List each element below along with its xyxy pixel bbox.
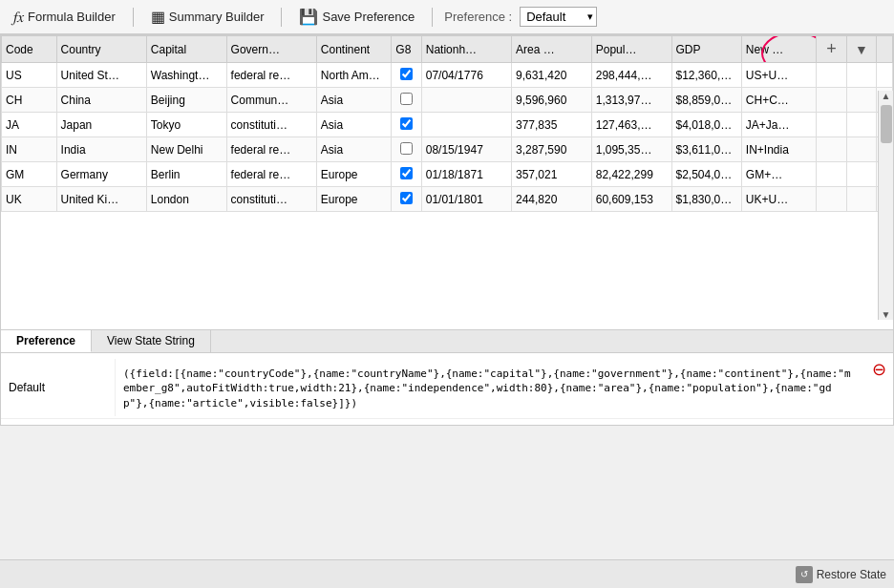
status-bar: ↺ Restore State xyxy=(0,559,894,588)
th-g8-label: G8 xyxy=(395,43,411,56)
preference-tabs: Preference View State String xyxy=(1,330,893,353)
cell-continent: Asia xyxy=(316,88,392,113)
summary-builder-btn[interactable]: ▦ Summary Builder xyxy=(145,6,270,28)
cell-population: 1,095,35… xyxy=(591,137,671,162)
preference-select[interactable]: Default Custom1 xyxy=(520,7,597,27)
table-row[interactable]: CHChinaBeijingCommun…Asia9,596,9601,313,… xyxy=(2,88,893,113)
th-gdp[interactable]: GDP xyxy=(671,36,741,63)
cell-gdp: $2,504,0… xyxy=(671,162,741,187)
cell-scroll xyxy=(877,63,893,88)
preference-name-label: Default xyxy=(9,381,45,394)
th-country[interactable]: Country xyxy=(56,36,146,63)
cell-country: Japan xyxy=(56,113,146,137)
cell-new: JA+Ja… xyxy=(741,113,817,137)
cell-g8[interactable] xyxy=(392,162,421,187)
table-row[interactable]: USUnited St…Washingt…federal re…North Am… xyxy=(2,63,893,88)
cell-capital: Berlin xyxy=(146,162,226,187)
cell-g8[interactable] xyxy=(392,63,421,88)
cell-continent: Europe xyxy=(316,187,392,212)
th-filter[interactable]: ▼ xyxy=(846,36,876,63)
save-preference-label: Save Preference xyxy=(322,10,415,24)
th-capital[interactable]: Capital xyxy=(146,36,226,63)
scroll-down-arrow[interactable]: ▼ xyxy=(882,309,891,320)
cell-new: IN+India xyxy=(741,137,817,162)
g8-checkbox[interactable] xyxy=(400,192,413,204)
cell-g8[interactable] xyxy=(392,137,421,162)
table-row[interactable]: JAJapanTokyoconstituti…Asia377,835127,46… xyxy=(2,113,893,137)
table-row[interactable]: INIndiaNew Delhifederal re…Asia08/15/194… xyxy=(2,137,893,162)
preference-delete-btn[interactable]: ⊖ xyxy=(864,359,893,380)
toolbar: 𝑓𝑥 Formula Builder ▦ Summary Builder 💾 S… xyxy=(0,0,894,34)
cell-g8[interactable] xyxy=(392,113,421,137)
cell-gdp: $3,611,0… xyxy=(671,137,741,162)
bottom-panel: Preference View State String Default ({f… xyxy=(0,330,894,426)
g8-checkbox[interactable] xyxy=(400,93,413,105)
cell-new: UK+U… xyxy=(741,187,817,212)
cell-g8[interactable] xyxy=(392,187,421,212)
cell-government: constituti… xyxy=(226,113,316,137)
save-preference-icon: 💾 xyxy=(299,8,318,26)
table-row[interactable]: UKUnited Ki…Londonconstituti…Europe01/01… xyxy=(2,187,893,212)
cell-population: 1,313,97… xyxy=(591,88,671,113)
th-country-label: Country xyxy=(61,43,101,56)
restore-state-btn[interactable]: ↺ Restore State xyxy=(796,566,886,583)
cell-capital: London xyxy=(146,187,226,212)
th-new-label: New … xyxy=(746,43,783,56)
th-code[interactable]: Code xyxy=(2,36,57,63)
cell-continent: Asia xyxy=(316,137,392,162)
th-add-column[interactable]: + xyxy=(817,36,846,63)
preference-value-default: ({field:[{name:"countryCode"},{name:"cou… xyxy=(116,359,864,418)
cell-population: 298,444,… xyxy=(591,63,671,88)
th-government-label: Govern… xyxy=(231,43,280,56)
cell-government: federal re… xyxy=(226,63,316,88)
cell-new: US+U… xyxy=(741,63,817,88)
th-nationhood[interactable]: Nationh… xyxy=(421,36,511,63)
tab-view-state-label: View State String xyxy=(107,334,195,347)
cell-gdp: $1,830,0… xyxy=(671,187,741,212)
cell-filter xyxy=(846,187,876,212)
scroll-up-arrow[interactable]: ▲ xyxy=(882,91,891,101)
cell-country: United St… xyxy=(56,63,146,88)
th-continent[interactable]: Continent xyxy=(316,36,392,63)
data-table: Code Country Capital Govern… Continent G… xyxy=(1,35,893,212)
cell-g8[interactable] xyxy=(392,88,421,113)
th-scroll xyxy=(877,36,893,63)
th-population[interactable]: Popul… xyxy=(591,36,671,63)
cell-area: 244,820 xyxy=(511,187,591,212)
preference-name-default: Default xyxy=(1,359,116,416)
cell-nationhood: 01/18/1871 xyxy=(421,162,511,187)
th-government[interactable]: Govern… xyxy=(226,36,316,63)
th-area[interactable]: Area … xyxy=(511,36,591,63)
cell-area: 9,631,420 xyxy=(511,63,591,88)
th-new[interactable]: New … xyxy=(741,36,817,63)
vertical-scrollbar[interactable]: ▲ ▼ xyxy=(878,91,893,320)
save-preference-btn[interactable]: 💾 Save Preference xyxy=(293,6,420,28)
cell-capital: Beijing xyxy=(146,88,226,113)
cell-plus xyxy=(817,113,846,137)
column-header-row: Code Country Capital Govern… Continent G… xyxy=(2,36,893,63)
g8-checkbox[interactable] xyxy=(400,117,413,130)
g8-checkbox[interactable] xyxy=(400,167,413,179)
cell-code: CH xyxy=(2,88,57,113)
scroll-thumb[interactable] xyxy=(881,105,892,143)
cell-plus xyxy=(817,137,846,162)
preference-row-default: Default ({field:[{name:"countryCode"},{n… xyxy=(1,359,893,419)
table-row[interactable]: GMGermanyBerlinfederal re…Europe01/18/18… xyxy=(2,162,893,187)
cell-filter xyxy=(846,162,876,187)
tab-preference[interactable]: Preference xyxy=(1,330,92,352)
cell-plus xyxy=(817,63,846,88)
g8-checkbox[interactable] xyxy=(400,68,413,80)
g8-checkbox[interactable] xyxy=(400,142,413,155)
cell-filter xyxy=(846,63,876,88)
cell-nationhood: 08/15/1947 xyxy=(421,137,511,162)
add-column-icon: + xyxy=(826,39,837,58)
tab-view-state[interactable]: View State String xyxy=(92,330,211,352)
th-g8[interactable]: G8 xyxy=(392,36,421,63)
cell-gdp: $8,859,0… xyxy=(671,88,741,113)
th-continent-label: Continent xyxy=(321,43,370,56)
formula-builder-icon: 𝑓𝑥 xyxy=(13,9,24,26)
formula-builder-btn[interactable]: 𝑓𝑥 Formula Builder xyxy=(8,7,121,28)
th-gdp-label: GDP xyxy=(676,43,701,56)
cell-continent: North Am… xyxy=(316,63,392,88)
th-area-label: Area … xyxy=(516,43,555,56)
